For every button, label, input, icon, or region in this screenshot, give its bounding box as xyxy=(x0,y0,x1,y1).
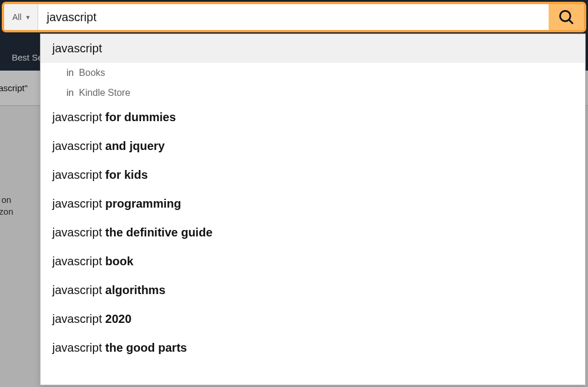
suggestion-item[interactable]: javascript the definitive guide xyxy=(41,218,585,247)
suggestion-item[interactable]: javascript 2020 xyxy=(41,305,585,333)
chevron-down-icon: ▼ xyxy=(25,14,31,21)
suggestion-prefix: javascript xyxy=(52,312,105,325)
search-input[interactable] xyxy=(38,4,549,30)
suggestion-completion: for kids xyxy=(105,168,148,181)
suggestion-completion: for dummies xyxy=(105,111,176,124)
suggestion-text: javascript xyxy=(52,42,102,55)
suggestion-prefix: javascript xyxy=(52,197,105,210)
suggestion-completion: the good parts xyxy=(105,341,187,354)
suggestion-top[interactable]: javascript xyxy=(41,34,585,63)
suggestion-completion: book xyxy=(105,255,133,268)
search-icon xyxy=(558,9,574,25)
department-name: Kindle Store xyxy=(79,88,130,98)
in-prefix: in xyxy=(66,68,74,78)
suggestion-item[interactable]: javascript programming xyxy=(41,189,585,218)
suggestion-item[interactable]: javascript algorithms xyxy=(41,276,585,305)
suggestion-item[interactable]: javascript and jquery xyxy=(41,132,585,161)
suggestion-completion: algorithms xyxy=(105,283,165,296)
suggestion-department[interactable]: in Books xyxy=(41,63,585,83)
department-dropdown[interactable]: All ▼ xyxy=(4,4,38,30)
suggestion-item[interactable]: javascript for dummies xyxy=(41,103,585,132)
suggestion-department[interactable]: in Kindle Store xyxy=(41,83,585,103)
search-bar: All ▼ xyxy=(2,2,586,32)
suggestion-prefix: javascript xyxy=(52,341,105,354)
department-label: All xyxy=(12,12,22,22)
suggestion-prefix: javascript xyxy=(52,168,105,181)
suggestion-prefix: javascript xyxy=(52,139,105,152)
suggestion-item[interactable]: javascript for kids xyxy=(41,161,585,189)
suggestion-prefix: javascript xyxy=(52,255,105,268)
svg-line-1 xyxy=(569,20,573,24)
department-name: Books xyxy=(79,68,105,78)
in-prefix: in xyxy=(66,88,74,98)
suggestion-completion: programming xyxy=(105,197,181,210)
suggestion-prefix: javascript xyxy=(52,111,105,124)
suggestion-prefix: javascript xyxy=(52,283,105,296)
autocomplete-popover: javascript in Books in Kindle Store java… xyxy=(40,34,586,385)
suggestion-item[interactable]: javascript book xyxy=(41,247,585,276)
search-button[interactable] xyxy=(549,4,584,30)
suggestion-completion: 2020 xyxy=(105,312,132,325)
suggestion-item[interactable]: javascript the good parts xyxy=(41,333,585,362)
suggestion-completion: and jquery xyxy=(105,139,165,152)
suggestion-prefix: javascript xyxy=(52,226,105,239)
suggestion-completion: the definitive guide xyxy=(105,226,212,239)
